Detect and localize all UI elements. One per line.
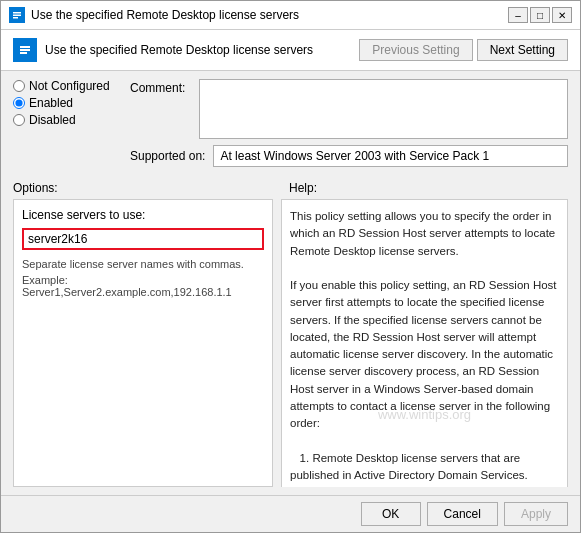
apply-button[interactable]: Apply [504,502,568,526]
license-servers-label: License servers to use: [22,208,264,222]
maximize-button[interactable]: □ [530,7,550,23]
enabled-radio[interactable]: Enabled [13,96,118,110]
license-servers-input[interactable] [22,228,264,250]
help-text: This policy setting allows you to specif… [290,210,560,487]
help-panel[interactable]: www.wintips.org This policy setting allo… [281,199,568,487]
comment-column: Comment: Supported on: At least Windows … [130,79,568,175]
title-bar-controls: – □ ✕ [508,7,572,23]
license-hint: Separate license server names with comma… [22,258,264,270]
supported-label: Supported on: [130,149,205,163]
svg-rect-3 [13,17,18,19]
help-header-label: Help: [289,181,317,195]
svg-rect-6 [20,49,30,51]
not-configured-input[interactable] [13,80,25,92]
license-example: Example: Server1,Server2.example.com,192… [22,274,264,298]
comment-row: Comment: [130,79,568,139]
close-button[interactable]: ✕ [552,7,572,23]
combined-top: Not Configured Enabled Disabled Comment: [13,79,568,175]
prev-setting-button[interactable]: Previous Setting [359,39,472,61]
options-header-label: Options: [13,181,273,195]
not-configured-label: Not Configured [29,79,110,93]
header-title: Use the specified Remote Desktop license… [45,43,351,57]
not-configured-radio[interactable]: Not Configured [13,79,118,93]
title-bar-title: Use the specified Remote Desktop license… [31,8,502,22]
enabled-input[interactable] [13,97,25,109]
next-setting-button[interactable]: Next Setting [477,39,568,61]
bottom-bar: OK Cancel Apply [1,495,580,532]
supported-value: At least Windows Server 2003 with Servic… [213,145,568,167]
help-scroll-wrapper: www.wintips.org This policy setting allo… [281,199,568,487]
supported-section: Supported on: At least Windows Server 20… [130,145,568,167]
dialog-window: Use the specified Remote Desktop license… [0,0,581,533]
header-buttons: Previous Setting Next Setting [359,39,568,61]
comment-textarea[interactable] [199,79,568,139]
sections-header: Options: Help: [13,181,568,195]
options-help-row: License servers to use: Separate license… [13,199,568,487]
options-panel: License servers to use: Separate license… [13,199,273,487]
title-bar-icon [9,7,25,23]
comment-label: Comment: [130,79,185,95]
header-section: Use the specified Remote Desktop license… [1,30,580,71]
header-policy-icon [13,38,37,62]
radio-column: Not Configured Enabled Disabled [13,79,118,175]
svg-rect-7 [20,52,27,54]
svg-rect-5 [20,46,30,48]
disabled-label: Disabled [29,113,76,127]
minimize-button[interactable]: – [508,7,528,23]
main-section: Not Configured Enabled Disabled Comment: [1,71,580,495]
title-bar: Use the specified Remote Desktop license… [1,1,580,30]
ok-button[interactable]: OK [361,502,421,526]
enabled-label: Enabled [29,96,73,110]
disabled-input[interactable] [13,114,25,126]
svg-rect-2 [13,15,21,17]
cancel-button[interactable]: Cancel [427,502,498,526]
svg-rect-1 [13,12,21,14]
disabled-radio[interactable]: Disabled [13,113,118,127]
